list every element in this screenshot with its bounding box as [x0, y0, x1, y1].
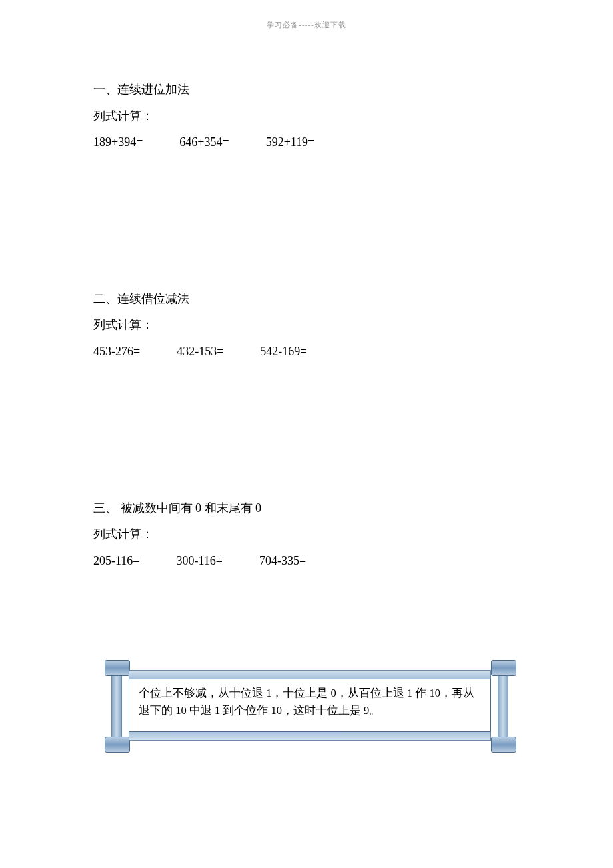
section-2-sub: 列式计算： [93, 312, 520, 339]
problem: 300-116= [176, 548, 222, 575]
problem: 592+119= [266, 129, 315, 156]
section-3-sub: 列式计算： [93, 521, 520, 548]
section-2-title: 二、连续借位减法 [93, 286, 520, 313]
note-scroll-banner: 个位上不够减，从十位退 1，十位上是 0，从百位上退 1 作 10，再从退下的 … [105, 660, 515, 750]
section-1-title: 一、连续进位加法 [93, 77, 520, 103]
header-left: 学习必备 [267, 21, 299, 29]
section-3-problems: 205-116= 300-116= 704-335= [93, 548, 520, 575]
header-right: 欢迎下载 [314, 21, 346, 29]
section-1-sub: 列式计算： [93, 103, 520, 130]
problem: 542-169= [260, 339, 306, 365]
scroll-body: 个位上不够减，从十位退 1，十位上是 0，从百位上退 1 作 10，再从退下的 … [129, 670, 491, 740]
problem: 704-335= [259, 548, 306, 575]
scroll-right-cap-icon [491, 660, 515, 750]
problem: 189+394= [93, 129, 143, 156]
page-header: 学习必备-----欢迎下载 [0, 20, 613, 30]
problem: 205-116= [93, 548, 139, 575]
problem: 432-153= [177, 339, 223, 365]
section-3-title: 三、 被减数中间有 0 和末尾有 0 [93, 495, 520, 522]
section-2-problems: 453-276= 432-153= 542-169= [93, 339, 520, 365]
header-sep: ----- [299, 21, 314, 29]
problem: 646+354= [179, 129, 229, 156]
note-text: 个位上不够减，从十位退 1，十位上是 0，从百位上退 1 作 10，再从退下的 … [129, 679, 491, 732]
problem: 453-276= [93, 339, 140, 365]
scroll-left-cap-icon [105, 660, 129, 750]
document-content: 一、连续进位加法 列式计算： 189+394= 646+354= 592+119… [93, 77, 520, 704]
section-1-problems: 189+394= 646+354= 592+119= [93, 129, 520, 156]
